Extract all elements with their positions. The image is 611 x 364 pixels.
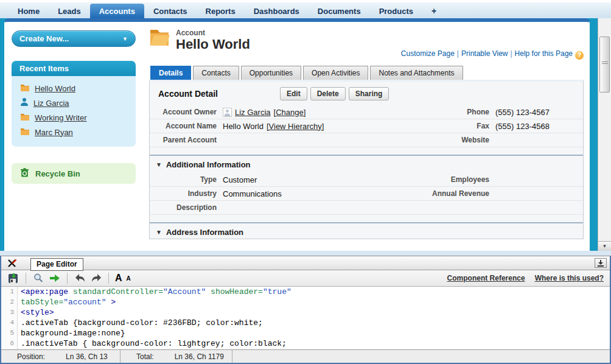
page-title: Hello World — [176, 37, 250, 52]
table-row: Account Name Hello World [View Hierarchy… — [150, 119, 583, 133]
code-text[interactable]: <apex:page standardController="Account" … — [17, 287, 292, 297]
tab-accounts[interactable]: Accounts — [90, 4, 144, 18]
recent-item-link[interactable]: Liz Garcia — [33, 99, 69, 108]
scrollbar-thumb[interactable] — [599, 37, 610, 93]
code-line[interactable]: 2tabStyle="account" > — [1, 297, 610, 307]
printable-view-link[interactable]: Printable View — [461, 49, 508, 58]
field-label: Type — [150, 175, 223, 184]
tab-reports[interactable]: Reports — [197, 4, 245, 18]
tab-add-more[interactable]: + — [422, 3, 445, 18]
main-nav: Home Leads Accounts Contacts Reports Das… — [0, 2, 611, 18]
delete-button[interactable]: Delete — [310, 87, 346, 100]
position-value: Ln 36, Ch 13 — [66, 352, 108, 361]
table-row: Account Owner Liz Garcia [Change] Phone … — [150, 105, 583, 119]
page-editor-toolbar: A A Component Reference Where is this us… — [1, 270, 610, 287]
font-size-decrease-icon[interactable]: A — [127, 275, 131, 282]
field-value: Hello World [View Hierarchy] — [223, 122, 427, 131]
code-line[interactable]: 5background-image:none} — [1, 328, 610, 338]
field-value: Communications — [223, 189, 427, 198]
code-line[interactable]: 1<apex:page standardController="Account"… — [1, 287, 610, 297]
page-editor-tab[interactable]: Page Editor — [30, 258, 83, 271]
where-is-this-used-link[interactable]: Where is this used? — [535, 274, 604, 282]
table-row: Type Customer Employees — [150, 173, 583, 187]
undo-icon[interactable] — [74, 272, 86, 284]
folder-icon — [20, 127, 30, 138]
recycle-bin[interactable]: Recycle Bin — [12, 163, 136, 184]
recent-item-link[interactable]: Marc Ryan — [35, 128, 73, 137]
recent-item-link[interactable]: Working Writer — [35, 113, 86, 122]
code-line[interactable]: 6.inactiveTab { background-color: lightg… — [1, 338, 610, 349]
save-icon[interactable] — [7, 272, 19, 284]
line-number: 1 — [1, 287, 17, 297]
line-number: 3 — [1, 307, 17, 318]
close-icon[interactable] — [7, 259, 18, 268]
vertical-scrollbar[interactable]: ▼ — [598, 18, 611, 251]
tab-documents[interactable]: Documents — [309, 4, 370, 18]
tab-home[interactable]: Home — [9, 4, 49, 18]
page-editor: Page Editor A A — [0, 256, 611, 364]
line-number: 2 — [1, 297, 17, 307]
help-link[interactable]: Help for this Page — [515, 49, 573, 58]
chevron-down-icon: ▼ — [122, 36, 128, 42]
search-icon[interactable] — [32, 272, 44, 284]
field-value: (555) 123-4567 — [495, 108, 583, 117]
recent-item-link[interactable]: Hello World — [35, 84, 75, 93]
recent-items-list: Hello World Liz Garcia — [12, 76, 136, 147]
list-item: Marc Ryan — [12, 125, 136, 139]
tab-details[interactable]: Details — [150, 66, 191, 80]
code-text[interactable]: .activeTab {background-color: #236FBD; c… — [17, 318, 263, 328]
code-line[interactable]: 3<style> — [1, 307, 610, 318]
create-new-button[interactable]: Create New... ▼ — [12, 30, 136, 47]
sharing-button[interactable]: Sharing — [349, 87, 389, 100]
tab-leads[interactable]: Leads — [49, 4, 90, 18]
tab-open-activities[interactable]: Open Activities — [303, 66, 368, 80]
tab-contacts-related[interactable]: Contacts — [193, 66, 239, 80]
field-label: Parent Account — [150, 136, 223, 144]
scrollbar-down-button[interactable]: ▼ — [598, 241, 611, 251]
editor-status-bar: Position: Ln 36, Ch 13 Total: Ln 36, Ch … — [1, 349, 610, 363]
component-reference-link[interactable]: Component Reference — [447, 274, 525, 282]
field-label: Description — [150, 203, 223, 212]
code-area[interactable]: 1<apex:page standardController="Account"… — [1, 287, 610, 349]
change-owner-link[interactable]: [Change] — [274, 108, 306, 117]
link-separator: | — [457, 49, 459, 58]
tab-dashboards[interactable]: Dashboards — [245, 4, 309, 18]
field-label: Account Owner — [150, 108, 223, 116]
tab-contacts[interactable]: Contacts — [144, 4, 197, 18]
collapse-icon[interactable]: ▼ — [156, 161, 162, 168]
code-text[interactable]: .inactiveTab { background-color: lightgr… — [17, 338, 287, 349]
redo-icon[interactable] — [90, 272, 102, 284]
salesforce-window: Home Leads Accounts Contacts Reports Das… — [0, 0, 611, 364]
section-header-label: Address Information — [166, 228, 243, 237]
total-label: Total: — [120, 352, 154, 361]
collapse-icon[interactable]: ▼ — [156, 229, 162, 236]
link-separator: | — [510, 49, 512, 58]
tab-opportunities[interactable]: Opportunities — [241, 66, 301, 80]
section-header-label: Additional Information — [166, 160, 251, 169]
tab-notes-attachments[interactable]: Notes and Attachments — [370, 66, 463, 80]
dock-panel-icon[interactable] — [595, 258, 607, 268]
list-item: Liz Garcia — [12, 96, 136, 110]
frame-edge-right — [590, 18, 598, 251]
go-to-line-icon[interactable] — [49, 272, 61, 284]
section-title: Account Detail — [158, 89, 280, 99]
view-hierarchy-link[interactable]: [View Hierarchy] — [267, 122, 324, 131]
owner-link[interactable]: Liz Garcia — [235, 108, 271, 117]
font-size-increase-icon[interactable]: A — [115, 273, 122, 284]
code-text[interactable]: tabStyle="account" > — [17, 297, 116, 307]
field-label: Industry — [150, 189, 223, 198]
customize-page-link[interactable]: Customize Page — [401, 49, 455, 58]
field-value: Liz Garcia [Change] — [223, 108, 427, 117]
list-item: Hello World — [12, 81, 136, 96]
code-line[interactable]: 4.activeTab {background-color: #236FBD; … — [1, 318, 610, 328]
account-detail-panel: Account Detail Edit Delete Sharing Accou… — [149, 80, 584, 239]
help-icon[interactable]: ? — [575, 51, 584, 60]
record-tabs: Details Contacts Opportunities Open Acti… — [149, 66, 584, 80]
tab-products[interactable]: Products — [370, 4, 422, 18]
edit-button[interactable]: Edit — [280, 87, 307, 100]
folder-icon — [20, 83, 30, 94]
code-text[interactable]: background-image:none} — [17, 328, 125, 338]
status-position: Position: Ln 36, Ch 13 — [1, 350, 120, 363]
line-number: 6 — [1, 338, 17, 349]
code-text[interactable]: <style> — [17, 307, 54, 318]
